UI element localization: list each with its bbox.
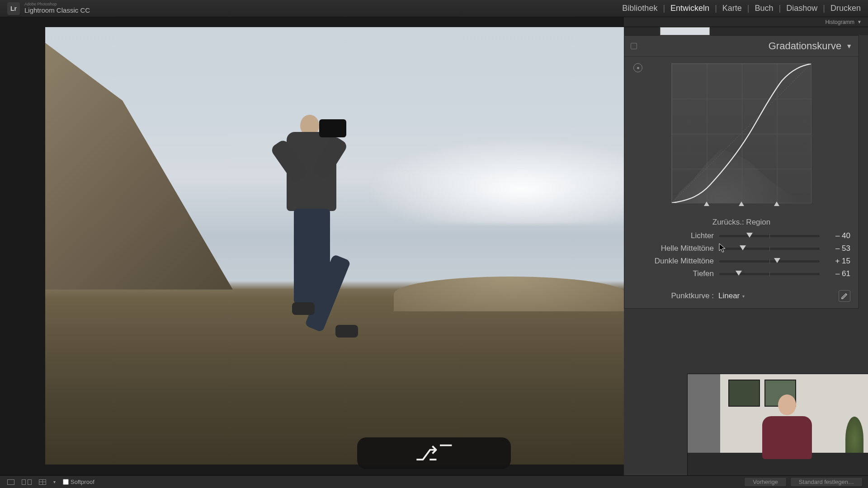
- reset-defaults-button[interactable]: Standard festlegen…: [790, 477, 863, 487]
- lightroom-icon: Lr: [7, 2, 20, 15]
- point-curve-row: Punktkurve : Linear ▾: [624, 286, 859, 308]
- image-canvas[interactable]: [45, 27, 626, 465]
- softproof-label: Softproof: [71, 479, 94, 485]
- panel-header[interactable]: Gradationskurve ▼: [624, 36, 859, 57]
- dropdown-icon: ▾: [742, 294, 745, 299]
- view-mode-dropdown[interactable]: ▾: [52, 479, 57, 485]
- tone-curve-path[interactable]: [672, 64, 811, 203]
- presenter-webcam: [687, 374, 868, 475]
- slider-track[interactable]: [719, 260, 820, 263]
- split-handle-highlights[interactable]: [774, 202, 779, 207]
- module-library[interactable]: Bibliothek: [622, 4, 657, 13]
- slider-lights: Helle Mitteltöne – 53: [632, 242, 850, 255]
- app-name: Lightroom Classic CC: [24, 7, 90, 14]
- module-slideshow[interactable]: Diashow: [786, 4, 817, 13]
- previous-button[interactable]: Vorherige: [744, 477, 787, 487]
- keyboard-overlay: ⎇⎺: [357, 437, 511, 469]
- panel-title: Gradationskurve: [769, 40, 841, 52]
- slider-label: Helle Mitteltöne: [632, 244, 714, 253]
- pencil-icon: [841, 292, 848, 300]
- split-handle-mid[interactable]: [739, 202, 744, 207]
- slider-track[interactable]: [719, 248, 820, 250]
- histogram-label: Histogramm: [825, 19, 854, 25]
- slider-thumb[interactable]: [774, 258, 780, 264]
- slider-value[interactable]: – 53: [825, 244, 850, 253]
- app-identity: Lr Adobe Photoshop Lightroom Classic CC: [7, 2, 90, 15]
- slider-highlights: Lichter – 40: [632, 230, 850, 242]
- module-book[interactable]: Buch: [755, 4, 774, 13]
- reset-region-label[interactable]: Zurücks.: Region: [624, 215, 859, 229]
- point-curve-value: Linear: [718, 291, 740, 300]
- chevron-down-icon[interactable]: ▼: [846, 42, 852, 50]
- slider-value[interactable]: – 61: [825, 269, 850, 278]
- region-split-handles[interactable]: [671, 203, 811, 211]
- chevron-down-icon: ▼: [857, 19, 862, 24]
- split-handle-shadows[interactable]: [704, 202, 709, 207]
- slider-thumb[interactable]: [746, 233, 753, 239]
- view-grid-button[interactable]: [37, 479, 48, 486]
- point-curve-label: Punktkurve :: [632, 291, 714, 300]
- key-glyph: ⎇⎺: [415, 442, 453, 465]
- module-nav: Bibliothek | Entwickeln | Karte | Buch |…: [622, 4, 861, 13]
- bottom-toolbar: ▾ Softproof Vorherige Standard festlegen…: [0, 475, 868, 488]
- edited-photo: [45, 27, 626, 465]
- softproof-checkbox[interactable]: [63, 479, 69, 485]
- slider-value[interactable]: + 15: [825, 257, 850, 266]
- tone-curve-panel: Gradationskurve ▼ Zurücks.: Region: [624, 35, 859, 309]
- view-before-after-button[interactable]: [20, 479, 33, 486]
- mouse-cursor-icon: [719, 243, 726, 253]
- histogram-panel-header[interactable]: Histogramm ▼: [624, 17, 868, 27]
- slider-label: Lichter: [632, 231, 714, 240]
- slider-label: Dunkle Mitteltöne: [632, 257, 714, 266]
- slider-label: Tiefen: [632, 269, 714, 278]
- panel-tabstrip: [624, 27, 868, 35]
- slider-value[interactable]: – 40: [825, 231, 850, 240]
- edit-point-curve-button[interactable]: [839, 290, 850, 302]
- softproof-toggle[interactable]: Softproof: [61, 478, 96, 486]
- tone-curve-graph[interactable]: [671, 63, 811, 203]
- module-print[interactable]: Drucken: [830, 4, 861, 13]
- slider-shadows: Tiefen – 61: [632, 267, 850, 280]
- view-loupe-button[interactable]: [5, 479, 16, 486]
- targeted-adjustment-tool[interactable]: [633, 63, 642, 72]
- slider-track[interactable]: [719, 235, 820, 237]
- slider-track[interactable]: [719, 273, 820, 275]
- slider-darks: Dunkle Mitteltöne + 15: [632, 255, 850, 267]
- point-curve-select[interactable]: Linear ▾: [718, 291, 745, 300]
- app-topbar: Lr Adobe Photoshop Lightroom Classic CC …: [0, 0, 868, 17]
- slider-thumb[interactable]: [740, 245, 746, 252]
- module-develop[interactable]: Entwickeln: [670, 4, 709, 13]
- svg-line-0: [672, 64, 811, 203]
- active-panel-thumb: [660, 27, 710, 35]
- panel-toggle-switch[interactable]: [631, 43, 637, 49]
- region-sliders: Lichter – 40 Helle Mitteltöne – 53 Dunkl…: [624, 229, 859, 286]
- module-map[interactable]: Karte: [722, 4, 742, 13]
- slider-thumb[interactable]: [736, 271, 742, 277]
